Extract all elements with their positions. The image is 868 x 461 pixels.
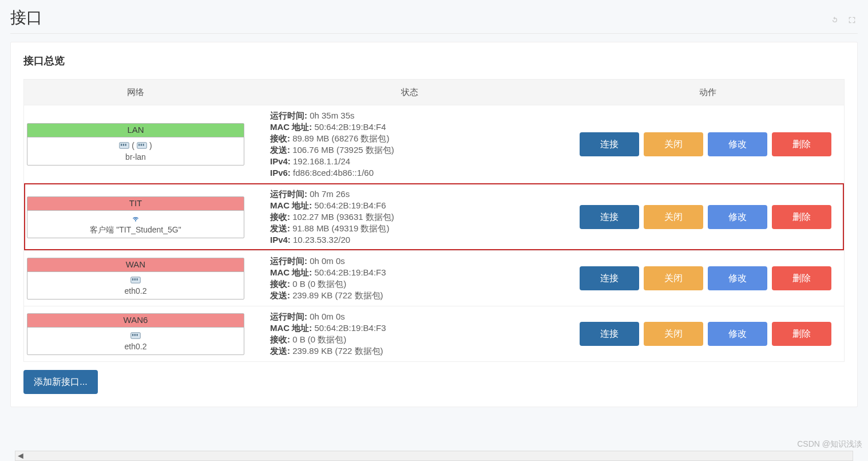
bridge-icon: () — [119, 140, 152, 151]
interface-status: 运行时间: 0h 0m 0sMAC 地址: 50:64:2B:19:B4:F3接… — [270, 311, 572, 357]
interface-device: br-lan — [125, 152, 146, 161]
tx-value: 239.89 KB (722 数据包) — [292, 290, 383, 300]
mac-value: 50:64:2B:19:B4:F6 — [315, 200, 386, 210]
interface-box[interactable]: TIT客户端 "TIT_Student_5G" — [27, 196, 244, 238]
interface-box[interactable]: LAN ()br-lan — [27, 123, 244, 166]
close-button[interactable]: 关闭 — [644, 266, 703, 290]
header-status: 状态 — [247, 87, 572, 98]
refresh-icon[interactable] — [830, 10, 839, 29]
mac-value: 50:64:2B:19:B4:F3 — [315, 323, 386, 333]
section-title: 接口总览 — [23, 54, 845, 68]
uptime-value: 0h 0m 0s — [310, 256, 345, 266]
interface-row: WAN6eth0.2运行时间: 0h 0m 0sMAC 地址: 50:64:2B… — [24, 306, 844, 361]
svg-rect-14 — [134, 334, 136, 336]
fullscreen-icon[interactable] — [847, 10, 857, 29]
rx-value: 0 B (0 数据包) — [292, 279, 346, 289]
page-title-text: 接口 — [10, 9, 42, 26]
svg-rect-6 — [141, 144, 142, 146]
tx-value: 91.88 MB (49319 数据包) — [292, 223, 389, 233]
interface-name: WAN — [27, 258, 244, 272]
ethernet-port-icon — [130, 276, 141, 284]
interface-status: 运行时间: 0h 0m 0sMAC 地址: 50:64:2B:19:B4:F3接… — [270, 255, 572, 301]
ipv6-value: fd86:8ced:4b86::1/60 — [293, 168, 374, 178]
edit-button[interactable]: 修改 — [708, 266, 767, 290]
wifi-icon — [130, 215, 141, 223]
edit-button[interactable]: 修改 — [708, 132, 767, 156]
tx-value: 239.89 KB (722 数据包) — [292, 346, 383, 356]
horizontal-scrollbar[interactable]: ◄ — [15, 451, 853, 461]
uptime-value: 0h 7m 26s — [310, 189, 350, 199]
ipv4-value: 10.23.53.32/20 — [293, 235, 350, 245]
interface-status: 运行时间: 0h 7m 26sMAC 地址: 50:64:2B:19:B4:F6… — [270, 188, 572, 246]
rx-value: 0 B (0 数据包) — [292, 334, 346, 344]
interface-row: WANeth0.2运行时间: 0h 0m 0sMAC 地址: 50:64:2B:… — [24, 250, 844, 306]
rx-value: 102.27 MB (93631 数据包) — [292, 212, 394, 222]
interface-row: LAN ()br-lan运行时间: 0h 35m 35sMAC 地址: 50:6… — [24, 105, 844, 183]
header-actions: 动作 — [572, 87, 844, 98]
svg-rect-7 — [143, 144, 144, 146]
interface-device: eth0.2 — [125, 342, 147, 351]
svg-rect-13 — [132, 334, 133, 336]
ethernet-port-icon — [130, 332, 141, 340]
svg-rect-10 — [134, 278, 136, 281]
interface-name: LAN — [27, 124, 244, 137]
interface-device: eth0.2 — [125, 286, 147, 295]
connect-button[interactable]: 连接 — [580, 205, 639, 229]
edit-button[interactable]: 修改 — [708, 322, 767, 346]
uptime-value: 0h 35m 35s — [310, 111, 354, 120]
interfaces-table: 网络 状态 动作 LAN ()br-lan运行时间: 0h 35m 35sMAC… — [23, 79, 845, 362]
uptime-value: 0h 0m 0s — [310, 312, 345, 321]
interface-name: WAN6 — [27, 314, 244, 328]
svg-rect-9 — [132, 278, 133, 281]
interface-status: 运行时间: 0h 35m 35sMAC 地址: 50:64:2B:19:B4:F… — [270, 110, 572, 179]
scroll-left-icon[interactable]: ◄ — [15, 451, 26, 460]
delete-button[interactable]: 删除 — [772, 205, 831, 229]
delete-button[interactable]: 删除 — [772, 266, 831, 290]
close-button[interactable]: 关闭 — [644, 132, 703, 156]
page-title: 接口 — [10, 7, 858, 34]
close-button[interactable]: 关闭 — [644, 205, 703, 229]
delete-button[interactable]: 删除 — [772, 322, 831, 346]
add-interface-button[interactable]: 添加新接口... — [23, 370, 98, 394]
header-network: 网络 — [24, 87, 247, 98]
watermark-text: CSDN @知识浅淡 — [797, 439, 862, 450]
interface-box[interactable]: WAN6eth0.2 — [27, 313, 244, 355]
interface-box[interactable]: WANeth0.2 — [27, 258, 244, 300]
edit-button[interactable]: 修改 — [708, 205, 767, 229]
interface-name: TIT — [27, 197, 244, 211]
table-header-row: 网络 状态 动作 — [24, 80, 844, 105]
svg-rect-5 — [138, 144, 140, 146]
connect-button[interactable]: 连接 — [580, 266, 639, 290]
tx-value: 106.76 MB (73925 数据包) — [292, 145, 394, 155]
close-button[interactable]: 关闭 — [644, 322, 703, 346]
svg-rect-11 — [137, 278, 138, 281]
connect-button[interactable]: 连接 — [580, 322, 639, 346]
svg-rect-2 — [123, 144, 124, 146]
interface-device: 客户端 "TIT_Student_5G" — [90, 225, 181, 234]
mac-value: 50:64:2B:19:B4:F4 — [315, 122, 386, 132]
svg-rect-1 — [121, 144, 122, 146]
interface-row: TIT客户端 "TIT_Student_5G"运行时间: 0h 7m 26sMA… — [24, 183, 844, 250]
mac-value: 50:64:2B:19:B4:F3 — [315, 267, 386, 277]
connect-button[interactable]: 连接 — [580, 132, 639, 156]
svg-rect-15 — [137, 334, 138, 336]
ipv4-value: 192.168.1.1/24 — [293, 156, 350, 166]
delete-button[interactable]: 删除 — [772, 132, 831, 156]
interfaces-panel: 接口总览 网络 状态 动作 LAN ()br-lan运行时间: 0h 35m 3… — [10, 42, 858, 407]
rx-value: 89.89 MB (68276 数据包) — [292, 133, 389, 143]
svg-rect-3 — [125, 144, 126, 146]
